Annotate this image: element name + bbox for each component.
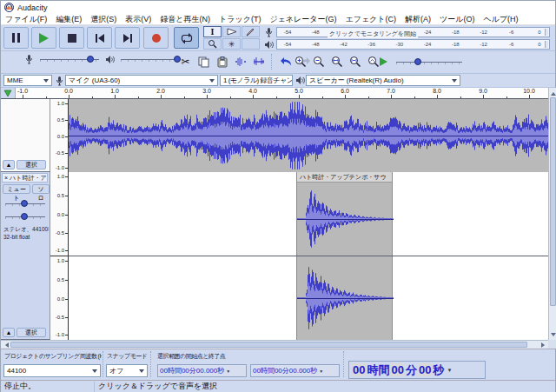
audio-position-display[interactable]: 00時間00分00秒▼ [348,361,486,379]
ruler-minor-tick [368,96,369,98]
stop-button[interactable] [59,27,84,49]
playback-meter[interactable]: -54-48-42-36-30-24-18-12-60 [276,39,550,50]
skip-to-end-button[interactable] [115,27,140,49]
project-rate-label: プロジェクトのサンプリング周波数 (Hz) [4,352,102,362]
menu-item-tools[interactable]: ツール(O) [435,14,479,25]
zoom-tool-button[interactable] [203,38,222,50]
track1-waveform[interactable] [69,99,548,172]
fit-selection-button[interactable] [329,54,344,69]
selection-end-field[interactable]: 00時間00分00.000秒▼ [250,364,340,377]
loop-button[interactable] [174,27,199,49]
timeline-options-button[interactable] [1,88,16,98]
chevron-down-icon [209,79,215,85]
zoom-in-button[interactable] [293,54,308,69]
vertical-scrollbar[interactable] [548,88,556,340]
record-button[interactable] [143,27,169,49]
track2-waveform[interactable]: ハト時計・アップテンポ・サウ [69,172,548,340]
track2-right-vertical-ruler[interactable]: 1.00.50.0-0.5-1.0 [50,256,69,340]
pinned-play-icon [3,90,12,97]
menu-item-view[interactable]: 表示(V) [121,14,156,25]
scroll-down-arrow-icon[interactable] [549,331,556,340]
vertical-ruler-label: -1.0 [56,332,64,337]
track2-control-panel[interactable]: × ハト時計・アッ ▼ ミュート ソロ ステレオ、44100Hz 32-bit … [1,172,50,340]
pause-button[interactable] [3,27,29,49]
menu-item-select[interactable]: 選択(S) [86,14,121,25]
cut-button[interactable]: ✂ [178,55,193,70]
track1-expand-button[interactable]: ▲ [3,160,15,169]
tracks-area: ▲ 選択 1.00.50.0-0.5-1.0 × ハト時計・アッ ▼ ミュート … [1,99,548,340]
menu-item-tracks[interactable]: トラック(T) [215,14,265,25]
menu-item-transport[interactable]: 録音と再生(N) [156,14,215,25]
copy-button[interactable] [196,55,211,70]
scroll-up-arrow-icon[interactable] [549,88,556,96]
ruler-minor-tick [414,96,415,98]
meter-scale-label: -6 [509,30,513,35]
playback-volume-slider[interactable] [119,54,182,64]
selection-tool-button[interactable]: I [203,26,222,37]
selection-start-field[interactable]: 00時間00分00.000秒▼ [157,364,247,377]
position-digit[interactable]: 00 [418,363,432,376]
menu-item-analyze[interactable]: 解析(A) [400,14,435,25]
skip-end-icon [122,33,134,43]
toolbar-grip [271,54,274,70]
track2-gain-slider[interactable] [3,198,47,209]
multi-tool-button[interactable]: ✳ [222,38,241,50]
track1-select-button[interactable]: 選択 [17,160,46,169]
track2-select-button[interactable]: 選択 [17,328,46,337]
draw-tool-button[interactable] [242,26,260,37]
track2-close-button[interactable]: × [4,175,8,181]
ruler-tick [253,95,254,98]
clip-header[interactable]: ハト時計・アップテンポ・サウ [297,172,392,183]
track1-control-panel[interactable]: ▲ 選択 [1,99,50,172]
track2-pan-slider[interactable] [3,211,47,222]
position-digit[interactable]: 00 [390,363,404,376]
fit-project-button[interactable] [348,54,362,69]
position-digit[interactable]: 00 [352,363,366,376]
vertical-ruler-label: 0.0 [57,134,64,139]
track2-solo-button[interactable]: ソロ [32,184,50,194]
audio-host-select[interactable]: MME [3,75,52,86]
menu-item-help[interactable]: ヘルプ(H) [479,14,522,25]
track2-name[interactable]: ハト時計・アッ [10,174,48,183]
envelope-tool-button[interactable] [222,26,241,37]
playback-volume-speaker-icon [104,55,116,64]
track2-left-vertical-ruler[interactable]: 1.00.50.0-0.5-1.0 [50,172,69,256]
track2-mute-button[interactable]: ミュート [3,184,30,194]
vertical-ruler-label: -1.0 [56,165,64,170]
recording-meter[interactable]: クリックでモニタリングを開始 -54-48-42-36-30-24-18-12-… [276,27,550,37]
skip-to-start-button[interactable] [87,27,112,49]
track2-name-row[interactable]: × ハト時計・アッ ▼ [2,173,48,183]
ruler-tick [391,95,392,98]
track2: × ハト時計・アッ ▼ ミュート ソロ ステレオ、44100Hz 32-bit … [1,172,548,340]
track2-format-line2: 32-bit float [3,234,49,240]
play-speed-slider[interactable] [394,56,464,67]
position-unit: 時間 [367,362,389,378]
recording-channels-value: 1 (モノラル) 録音チャンネル [223,76,293,85]
play-button[interactable] [31,27,56,49]
silence-selection-button[interactable] [251,55,266,70]
recording-channels-select[interactable]: 1 (モノラル) 録音チャンネル [220,75,293,86]
playback-device-select[interactable]: スピーカー (Realtek(R) Audio) [306,75,460,86]
menu-item-generate[interactable]: ジェネレーター(G) [265,14,341,25]
menu-item-edit[interactable]: 編集(E) [51,14,86,25]
recording-device-select[interactable]: マイク (UA3-60) [65,75,218,86]
paste-button[interactable] [215,55,229,70]
status-state: 停止中。 [1,382,95,392]
chevron-down-icon[interactable]: ▼ [447,368,452,373]
play-at-speed-button[interactable] [376,54,391,69]
menu-item-effect[interactable]: エフェクト(C) [341,14,400,25]
record-volume-slider[interactable] [38,54,101,64]
track2-expand-button[interactable]: ▲ [3,328,15,337]
menu-item-file[interactable]: ファイル(F) [1,14,51,25]
timeline-ruler[interactable]: -1.00.01.02.03.04.05.06.07.08.09.010.0 [16,88,546,98]
play-at-speed-toolbar [376,54,464,69]
undo-button[interactable] [279,55,294,70]
zoom-out-button[interactable] [311,54,326,69]
project-rate-select[interactable]: 44100 [3,364,101,377]
track1-vertical-ruler[interactable]: 1.00.50.0-0.5-1.0 [50,99,69,172]
snap-mode-select[interactable]: オフ [106,364,148,377]
output-device-speaker-icon [295,76,306,85]
window-title: Audacity [17,3,48,12]
trim-outside-selection-button[interactable] [233,55,248,70]
horizontal-scrollbar[interactable] [1,340,548,349]
